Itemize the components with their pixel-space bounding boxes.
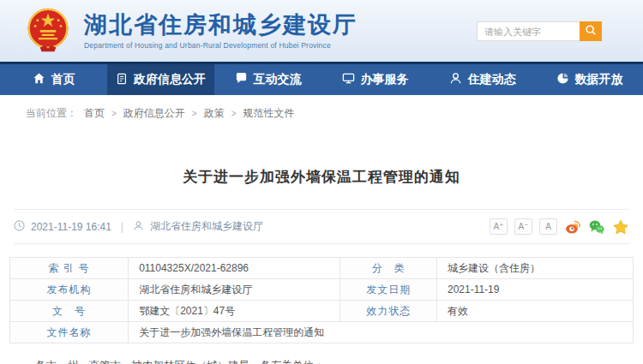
breadcrumb-separator: >	[231, 109, 237, 118]
article-meta-left: 2021-11-19 16:41 | 湖北省住房和城乡建设厅	[14, 219, 263, 234]
wechat-icon[interactable]	[588, 218, 605, 236]
document-name-value: 关于进一步加强外墙保温工程管理的通知	[129, 322, 634, 343]
issuing-agency-label: 发布机构	[10, 279, 129, 301]
index-number-value: 01104325X/2021-62896	[129, 258, 340, 279]
weibo-icon[interactable]	[564, 218, 581, 236]
category-value: 城乡建设（含住房）	[436, 258, 633, 279]
index-number-label: 索 引 号	[10, 258, 129, 279]
nav-item-news[interactable]: 住建动态	[429, 64, 536, 95]
breadcrumb-item-home[interactable]: 首页	[84, 106, 105, 121]
issuing-agency-value: 湖北省住房和城乡建设厅	[129, 279, 340, 301]
nav-item-services[interactable]: 办事服务	[322, 64, 429, 95]
nav-item-label: 住建动态	[468, 72, 516, 87]
article-title: 关于进一步加强外墙保温工程管理的通知	[0, 167, 643, 187]
search-box	[477, 21, 602, 41]
table-row: 发布机构 湖北省住房和城乡建设厅 发文日期 2021-11-19	[10, 279, 634, 301]
issue-date-value: 2021-11-19	[436, 279, 633, 301]
person-icon	[449, 72, 462, 87]
document-number-value: 鄂建文〔2021〕47号	[129, 301, 340, 322]
favorite-star-icon[interactable]	[612, 218, 629, 236]
search-input[interactable]	[477, 21, 580, 41]
article-meta-right: A⁺ A⁻ A	[490, 218, 629, 236]
breadcrumb-item-gov-info[interactable]: 政府信息公开	[123, 106, 185, 121]
breadcrumb: 当前位置： 首页 > 政府信息公开 > 政策 > 规范性文件	[0, 95, 643, 126]
monitor-icon	[342, 72, 355, 87]
clock-icon	[14, 220, 25, 234]
search-button[interactable]	[580, 21, 602, 41]
search-icon	[585, 24, 597, 39]
nav-item-gov-info[interactable]: 政府信息公开	[107, 64, 214, 95]
breadcrumb-separator: >	[111, 109, 117, 118]
issue-date-label: 发文日期	[340, 279, 437, 301]
validity-status-value: 有效	[436, 301, 633, 322]
document-number-label: 文 号	[10, 301, 129, 322]
article-source: 湖北省住房和城乡建设厅	[150, 219, 263, 234]
author-icon	[133, 220, 144, 234]
nav-item-label: 数据开放	[575, 72, 623, 87]
meta-divider: |	[121, 221, 123, 233]
article-body-first-line: 各市、州、直管市、神农架林区住（城）建局，各有关单位：	[0, 357, 643, 364]
nav-item-open-data[interactable]: 数据开放	[536, 64, 643, 95]
document-info-table: 索 引 号 01104325X/2021-62896 分 类 城乡建设（含住房）…	[9, 257, 634, 343]
article-meta-row: 2021-11-19 16:41 | 湖北省住房和城乡建设厅 A⁺ A⁻ A	[14, 209, 629, 244]
document-icon	[116, 73, 128, 87]
site-subtitle: Department of Housing and Urban-Rural De…	[84, 41, 358, 50]
nav-item-label: 互动交流	[254, 72, 302, 87]
table-row: 文件名称 关于进一步加强外墙保温工程管理的通知	[10, 322, 634, 343]
breadcrumb-prefix: 当前位置：	[26, 106, 77, 121]
category-label: 分 类	[340, 258, 437, 279]
site-title-block: 湖北省住房和城乡建设厅 Department of Housing and Ur…	[84, 12, 358, 50]
font-smaller-button[interactable]: A⁻	[514, 218, 532, 235]
nav-item-home[interactable]: 首页	[0, 64, 107, 95]
breadcrumb-item-policy[interactable]: 政策	[204, 106, 225, 121]
nav-item-interaction[interactable]: 互动交流	[214, 64, 322, 95]
nav-item-label: 办事服务	[361, 72, 409, 87]
breadcrumb-item-normative-docs[interactable]: 规范性文件	[243, 106, 295, 121]
home-icon	[33, 72, 45, 87]
main-nav: 首页 政府信息公开 互动交流 办事服务 住建动态 数据开放	[0, 62, 643, 95]
nav-item-label: 政府信息公开	[134, 72, 206, 87]
table-row: 索 引 号 01104325X/2021-62896 分 类 城乡建设（含住房）	[10, 258, 634, 279]
validity-status-label: 效力状态	[340, 301, 437, 322]
table-row: 文 号 鄂建文〔2021〕47号 效力状态 有效	[10, 301, 634, 322]
document-name-label: 文件名称	[10, 322, 129, 343]
nav-item-label: 首页	[51, 72, 75, 87]
national-emblem-logo	[24, 7, 72, 55]
font-reset-button[interactable]: A	[539, 218, 557, 235]
site-title: 湖北省住房和城乡建设厅	[84, 12, 358, 39]
publish-time: 2021-11-19 16:41	[31, 221, 111, 233]
breadcrumb-separator: >	[192, 109, 197, 118]
pie-chart-icon	[556, 72, 569, 87]
chat-bubble-icon	[235, 72, 248, 87]
site-header: 湖北省住房和城乡建设厅 Department of Housing and Ur…	[0, 0, 643, 62]
font-larger-button[interactable]: A⁺	[490, 218, 508, 235]
